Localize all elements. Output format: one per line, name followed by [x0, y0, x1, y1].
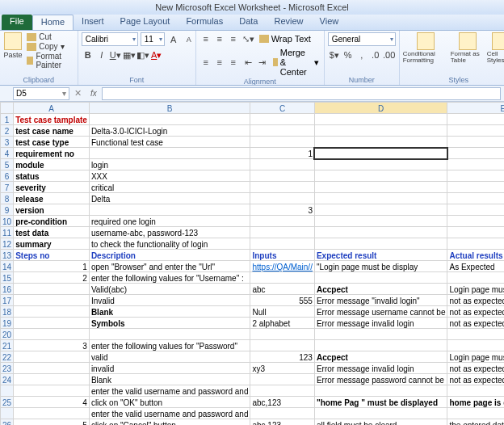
- cell-A17[interactable]: [14, 295, 90, 306]
- cell-D25[interactable]: "home Pag " must be displayed: [314, 397, 447, 408]
- row-header[interactable]: 19: [1, 318, 14, 329]
- cell-D13[interactable]: Expected result: [314, 250, 447, 261]
- shrink-font-icon[interactable]: A: [183, 33, 195, 46]
- cell-C6[interactable]: [250, 170, 314, 182]
- cell-C[interactable]: [250, 408, 314, 419]
- cell-B18[interactable]: Blank: [89, 306, 250, 318]
- cell-B13[interactable]: Description: [89, 250, 250, 261]
- row-header[interactable]: 24: [1, 374, 14, 385]
- orientation-icon[interactable]: ⤡▾: [242, 32, 255, 45]
- cell-E1[interactable]: [447, 114, 504, 125]
- cell-D14[interactable]: "Login page must be display: [314, 261, 447, 272]
- row-header[interactable]: 16: [1, 284, 14, 295]
- cell-A[interactable]: [14, 408, 90, 419]
- cell-D23[interactable]: Error message invalid login: [314, 363, 447, 374]
- cell-D18[interactable]: Error message username cannot be: [314, 306, 447, 318]
- cell-B7[interactable]: critical: [89, 182, 250, 193]
- cell-B14[interactable]: open "Browser" and enter the "Url": [89, 261, 250, 272]
- row-header[interactable]: 12: [1, 238, 14, 250]
- cell-B15[interactable]: enter the following values for "Username…: [89, 272, 250, 284]
- cell-A5[interactable]: module: [14, 159, 90, 170]
- cell-D1[interactable]: [314, 114, 447, 125]
- wrap-text-button[interactable]: Wrap Text: [258, 34, 313, 44]
- cell-A15[interactable]: 2: [14, 272, 90, 284]
- cell-E7[interactable]: [447, 182, 504, 193]
- font-color-button[interactable]: A▾: [150, 48, 163, 61]
- cell-A25[interactable]: 4: [14, 397, 90, 408]
- cell-D[interactable]: [314, 408, 447, 419]
- cell-E16[interactable]: Login page must be displayed: [447, 284, 504, 295]
- cell-A12[interactable]: summary: [14, 238, 90, 250]
- row-header[interactable]: 11: [1, 227, 14, 238]
- cell-C12[interactable]: [250, 238, 314, 250]
- cell-C9[interactable]: 3: [250, 204, 314, 216]
- cell-E26[interactable]: the entered data is cleared: [447, 419, 504, 426]
- cell-D20[interactable]: [314, 329, 447, 340]
- cell-C13[interactable]: Inputs: [250, 250, 314, 261]
- cell-A19[interactable]: [14, 318, 90, 329]
- row-header[interactable]: 4: [1, 148, 14, 159]
- cell-C5[interactable]: [250, 159, 314, 170]
- cell-C7[interactable]: [250, 182, 314, 193]
- row-header[interactable]: 5: [1, 159, 14, 170]
- col-header-D[interactable]: D: [314, 103, 447, 114]
- cell-B26[interactable]: click on "Cancel" button: [89, 419, 250, 426]
- cell-E22[interactable]: Login page must be displayed: [447, 351, 504, 363]
- cell-D4[interactable]: [314, 148, 447, 159]
- cell-B22[interactable]: valid: [89, 351, 250, 363]
- select-all-corner[interactable]: [1, 103, 14, 114]
- align-right-icon[interactable]: ≡: [227, 56, 240, 69]
- cell-B1[interactable]: [89, 114, 250, 125]
- cell-A13[interactable]: Steps no: [14, 250, 90, 261]
- cell-A18[interactable]: [14, 306, 90, 318]
- cell-E[interactable]: [447, 408, 504, 419]
- cell-A4[interactable]: requirement no: [14, 148, 90, 159]
- tab-home[interactable]: Home: [32, 15, 74, 30]
- cell-A2[interactable]: test case name: [14, 125, 90, 137]
- row-header[interactable]: 9: [1, 204, 14, 216]
- align-center-icon[interactable]: ≡: [213, 56, 226, 69]
- copy-button[interactable]: Copy ▾: [25, 42, 74, 51]
- tab-review[interactable]: Review: [266, 15, 311, 30]
- cell-C17[interactable]: 555: [250, 295, 314, 306]
- cell-E18[interactable]: not as expected: [447, 306, 504, 318]
- row-header[interactable]: 13: [1, 250, 14, 261]
- cell-D2[interactable]: [314, 125, 447, 137]
- cell-B9[interactable]: [89, 204, 250, 216]
- align-middle-icon[interactable]: ≡: [213, 32, 226, 45]
- cell-C14[interactable]: https://QA/Main//: [250, 261, 314, 272]
- cell-D11[interactable]: [314, 227, 447, 238]
- cell-B24[interactable]: Blank: [89, 374, 250, 385]
- cell-A7[interactable]: severity: [14, 182, 90, 193]
- cell-C11[interactable]: [250, 227, 314, 238]
- number-format-dropdown[interactable]: General: [328, 32, 396, 46]
- cell-B16[interactable]: Valid(abc): [89, 284, 250, 295]
- row-header[interactable]: 18: [1, 306, 14, 318]
- cell-B17[interactable]: Invalid: [89, 295, 250, 306]
- row-header[interactable]: [1, 385, 14, 397]
- cell-C23[interactable]: xy3: [250, 363, 314, 374]
- cell-C24[interactable]: [250, 374, 314, 385]
- cell-E21[interactable]: [447, 340, 504, 351]
- cell-D22[interactable]: Accpect: [314, 351, 447, 363]
- decrease-decimal-icon[interactable]: .00: [383, 48, 396, 61]
- tab-file[interactable]: File: [2, 15, 32, 30]
- cell-E9[interactable]: [447, 204, 504, 216]
- cell-C26[interactable]: abc,123: [250, 419, 314, 426]
- cell-A26[interactable]: 5: [14, 419, 90, 426]
- fill-color-button[interactable]: ◧▾: [136, 48, 149, 61]
- cell-E25[interactable]: home page is displayed: [447, 397, 504, 408]
- cell-A23[interactable]: [14, 363, 90, 374]
- cell-B21[interactable]: enter the following values for "Password…: [89, 340, 250, 351]
- row-header[interactable]: 22: [1, 351, 14, 363]
- cell-B5[interactable]: login: [89, 159, 250, 170]
- cell-D26[interactable]: all field must be cleard: [314, 419, 447, 426]
- format-painter-button[interactable]: Format Painter: [25, 52, 74, 69]
- cell-D16[interactable]: Accpect: [314, 284, 447, 295]
- cell-D15[interactable]: [314, 272, 447, 284]
- currency-icon[interactable]: $▾: [328, 48, 341, 61]
- decrease-indent-icon[interactable]: ⇤: [242, 56, 255, 69]
- cell-E4[interactable]: [447, 148, 504, 159]
- row-header[interactable]: 17: [1, 295, 14, 306]
- cell-E2[interactable]: [447, 125, 504, 137]
